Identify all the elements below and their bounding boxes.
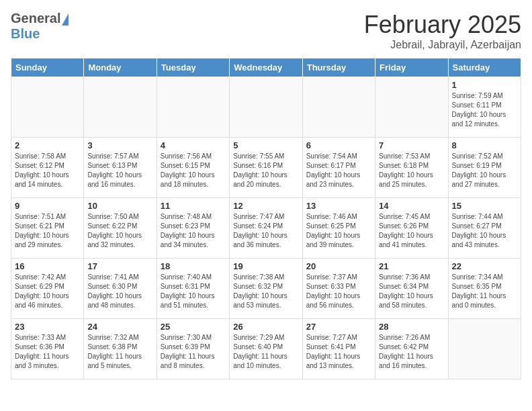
calendar-cell: 26Sunrise: 7:29 AM Sunset: 6:40 PM Dayli… <box>230 319 302 379</box>
day-number: 3 <box>87 140 152 150</box>
calendar-cell: 23Sunrise: 7:33 AM Sunset: 6:36 PM Dayli… <box>11 319 84 379</box>
day-info: Sunrise: 7:56 AM Sunset: 6:15 PM Dayligh… <box>161 152 226 189</box>
calendar-cell <box>230 77 302 138</box>
day-number: 24 <box>87 322 152 332</box>
calendar-cell: 5Sunrise: 7:55 AM Sunset: 6:16 PM Daylig… <box>230 138 302 198</box>
day-number: 19 <box>233 261 298 271</box>
calendar-cell: 20Sunrise: 7:37 AM Sunset: 6:33 PM Dayli… <box>302 259 375 319</box>
weekday-header: Thursday <box>302 58 375 77</box>
day-number: 11 <box>161 201 226 211</box>
page-subtitle: Jebrail, Jabrayil, Azerbaijan <box>364 39 521 51</box>
day-number: 7 <box>379 140 444 150</box>
day-number: 4 <box>161 140 226 150</box>
calendar-cell: 3Sunrise: 7:57 AM Sunset: 6:13 PM Daylig… <box>84 138 157 198</box>
day-number: 13 <box>306 201 371 211</box>
day-number: 8 <box>452 140 517 150</box>
calendar-cell: 6Sunrise: 7:54 AM Sunset: 6:17 PM Daylig… <box>302 138 375 198</box>
weekday-header: Saturday <box>448 58 521 77</box>
day-number: 18 <box>161 261 226 271</box>
day-info: Sunrise: 7:51 AM Sunset: 6:21 PM Dayligh… <box>15 212 80 250</box>
logo-general: General <box>11 11 60 26</box>
day-number: 6 <box>306 140 371 150</box>
weekday-header: Wednesday <box>230 58 302 77</box>
calendar-cell: 16Sunrise: 7:42 AM Sunset: 6:29 PM Dayli… <box>11 259 84 319</box>
calendar-cell: 25Sunrise: 7:30 AM Sunset: 6:39 PM Dayli… <box>157 319 229 379</box>
logo: General Blue <box>11 11 69 42</box>
weekday-header: Sunday <box>11 58 84 77</box>
calendar-table: SundayMondayTuesdayWednesdayThursdayFrid… <box>11 58 521 379</box>
day-info: Sunrise: 7:30 AM Sunset: 6:39 PM Dayligh… <box>161 333 226 371</box>
day-number: 21 <box>379 261 444 271</box>
calendar-cell: 14Sunrise: 7:45 AM Sunset: 6:26 PM Dayli… <box>375 198 448 259</box>
day-info: Sunrise: 7:42 AM Sunset: 6:29 PM Dayligh… <box>15 273 80 310</box>
calendar-cell: 10Sunrise: 7:50 AM Sunset: 6:22 PM Dayli… <box>84 198 157 259</box>
calendar-header-row: SundayMondayTuesdayWednesdayThursdayFrid… <box>11 58 521 77</box>
day-info: Sunrise: 7:47 AM Sunset: 6:24 PM Dayligh… <box>233 212 298 250</box>
day-info: Sunrise: 7:44 AM Sunset: 6:27 PM Dayligh… <box>452 212 517 250</box>
calendar-cell <box>302 77 375 138</box>
day-number: 1 <box>452 80 517 90</box>
calendar-cell: 15Sunrise: 7:44 AM Sunset: 6:27 PM Dayli… <box>448 198 521 259</box>
day-number: 10 <box>87 201 152 211</box>
day-number: 26 <box>233 322 298 332</box>
day-info: Sunrise: 7:54 AM Sunset: 6:17 PM Dayligh… <box>306 152 371 189</box>
calendar-cell: 19Sunrise: 7:38 AM Sunset: 6:32 PM Dayli… <box>230 259 302 319</box>
calendar-week-row: 23Sunrise: 7:33 AM Sunset: 6:36 PM Dayli… <box>11 319 521 379</box>
day-info: Sunrise: 7:33 AM Sunset: 6:36 PM Dayligh… <box>15 333 80 371</box>
day-info: Sunrise: 7:50 AM Sunset: 6:22 PM Dayligh… <box>87 212 152 250</box>
calendar-cell: 4Sunrise: 7:56 AM Sunset: 6:15 PM Daylig… <box>157 138 229 198</box>
day-info: Sunrise: 7:38 AM Sunset: 6:32 PM Dayligh… <box>233 273 298 310</box>
calendar-cell: 9Sunrise: 7:51 AM Sunset: 6:21 PM Daylig… <box>11 198 84 259</box>
day-info: Sunrise: 7:40 AM Sunset: 6:31 PM Dayligh… <box>161 273 226 310</box>
calendar-week-row: 9Sunrise: 7:51 AM Sunset: 6:21 PM Daylig… <box>11 198 521 259</box>
calendar-cell: 7Sunrise: 7:53 AM Sunset: 6:18 PM Daylig… <box>375 138 448 198</box>
day-number: 20 <box>306 261 371 271</box>
logo-triangle-icon <box>62 13 69 26</box>
title-block: February 2025 Jebrail, Jabrayil, Azerbai… <box>364 11 521 51</box>
calendar-week-row: 2Sunrise: 7:58 AM Sunset: 6:12 PM Daylig… <box>11 138 521 198</box>
calendar-cell: 11Sunrise: 7:48 AM Sunset: 6:23 PM Dayli… <box>157 198 229 259</box>
day-info: Sunrise: 7:59 AM Sunset: 6:11 PM Dayligh… <box>452 91 517 129</box>
calendar-cell: 8Sunrise: 7:52 AM Sunset: 6:19 PM Daylig… <box>448 138 521 198</box>
day-info: Sunrise: 7:26 AM Sunset: 6:42 PM Dayligh… <box>379 333 444 371</box>
day-info: Sunrise: 7:53 AM Sunset: 6:18 PM Dayligh… <box>379 152 444 189</box>
calendar-cell: 1Sunrise: 7:59 AM Sunset: 6:11 PM Daylig… <box>448 77 521 138</box>
weekday-header: Tuesday <box>157 58 229 77</box>
day-info: Sunrise: 7:29 AM Sunset: 6:40 PM Dayligh… <box>233 333 298 371</box>
calendar-cell: 24Sunrise: 7:32 AM Sunset: 6:38 PM Dayli… <box>84 319 157 379</box>
calendar-cell <box>375 77 448 138</box>
calendar-cell: 28Sunrise: 7:26 AM Sunset: 6:42 PM Dayli… <box>375 319 448 379</box>
day-number: 5 <box>233 140 298 150</box>
day-info: Sunrise: 7:57 AM Sunset: 6:13 PM Dayligh… <box>87 152 152 189</box>
day-number: 17 <box>87 261 152 271</box>
day-number: 23 <box>15 322 80 332</box>
header: General Blue February 2025 Jebrail, Jabr… <box>11 11 521 51</box>
day-number: 28 <box>379 322 444 332</box>
day-number: 27 <box>306 322 371 332</box>
day-number: 14 <box>379 201 444 211</box>
day-number: 16 <box>15 261 80 271</box>
day-info: Sunrise: 7:46 AM Sunset: 6:25 PM Dayligh… <box>306 212 371 250</box>
calendar-cell: 12Sunrise: 7:47 AM Sunset: 6:24 PM Dayli… <box>230 198 302 259</box>
day-info: Sunrise: 7:27 AM Sunset: 6:41 PM Dayligh… <box>306 333 371 371</box>
calendar-cell: 17Sunrise: 7:41 AM Sunset: 6:30 PM Dayli… <box>84 259 157 319</box>
weekday-header: Friday <box>375 58 448 77</box>
calendar-cell: 21Sunrise: 7:36 AM Sunset: 6:34 PM Dayli… <box>375 259 448 319</box>
day-info: Sunrise: 7:48 AM Sunset: 6:23 PM Dayligh… <box>161 212 226 250</box>
day-info: Sunrise: 7:32 AM Sunset: 6:38 PM Dayligh… <box>87 333 152 371</box>
calendar-cell: 27Sunrise: 7:27 AM Sunset: 6:41 PM Dayli… <box>302 319 375 379</box>
day-number: 25 <box>161 322 226 332</box>
calendar-cell: 18Sunrise: 7:40 AM Sunset: 6:31 PM Dayli… <box>157 259 229 319</box>
calendar-cell <box>84 77 157 138</box>
calendar-cell <box>157 77 229 138</box>
day-info: Sunrise: 7:34 AM Sunset: 6:35 PM Dayligh… <box>452 273 517 310</box>
day-info: Sunrise: 7:36 AM Sunset: 6:34 PM Dayligh… <box>379 273 444 310</box>
calendar-cell: 2Sunrise: 7:58 AM Sunset: 6:12 PM Daylig… <box>11 138 84 198</box>
day-number: 9 <box>15 201 80 211</box>
day-number: 2 <box>15 140 80 150</box>
calendar-week-row: 16Sunrise: 7:42 AM Sunset: 6:29 PM Dayli… <box>11 259 521 319</box>
calendar-cell: 22Sunrise: 7:34 AM Sunset: 6:35 PM Dayli… <box>448 259 521 319</box>
page-title: February 2025 <box>364 11 521 39</box>
day-number: 22 <box>452 261 517 271</box>
logo-blue: Blue <box>11 26 40 41</box>
